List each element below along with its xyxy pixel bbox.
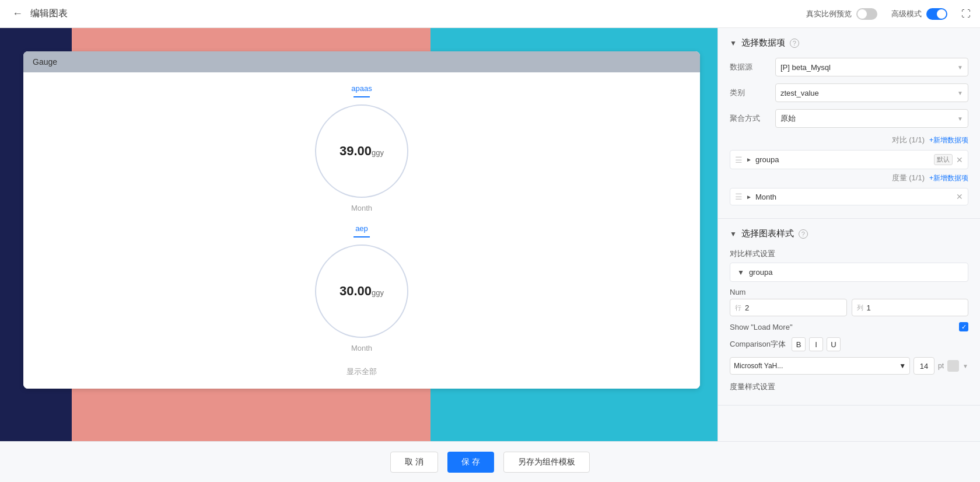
font-family-arrow: ▼ [899,362,906,370]
select-style-arrow: ▼ [730,230,737,238]
num-row: 行 2 列 1 [730,299,968,316]
aggregation-arrow: ▼ [957,116,963,122]
advanced-mode-label: 高级模式 [891,9,922,19]
color-swatch-row: ▼ [947,360,968,372]
show-all-button[interactable]: 显示全部 [346,366,377,377]
dimension-subsection-label: 度量 (1/1) +新增数据项 [730,173,968,183]
topbar-right: 真实比例预览 高级模式 ⛶ [806,8,971,20]
comparison-subsection-label: 对比 (1/1) +新增数据项 [730,135,968,145]
save-button[interactable]: 保 存 [447,452,494,473]
underline-button[interactable]: U [827,337,841,351]
dimension-item-row: ☰ ► Month ✕ [730,188,968,205]
row-input[interactable]: 行 2 [730,299,847,316]
col-value: 1 [867,303,871,312]
chart-title: Gauge [33,57,57,67]
add-dimension-data-link[interactable]: +新增数据项 [929,173,968,183]
save-as-template-button[interactable]: 另存为组件模板 [503,452,590,473]
comparison-close-button[interactable]: ✕ [956,155,963,165]
data-source-arrow: ▼ [957,64,963,71]
select-data-help[interactable]: ? [790,39,799,48]
select-data-arrow: ▼ [730,39,737,47]
data-source-row: 数据源 [P] beta_Mysql ▼ [730,58,968,76]
canvas-area: Gauge apaas 39.00ggy Month aep [0,28,718,441]
select-style-header[interactable]: ▼ 选择图表样式 ? [730,228,968,239]
select-style-help[interactable]: ? [799,229,808,239]
gauge2-label-top: aep [355,224,368,233]
font-select-row: Microsoft YaH... ▼ 14 pt ▼ [730,357,968,375]
gauge1-value: 39.00ggy [340,144,384,159]
add-comparison-data-link[interactable]: +新增数据项 [929,135,968,145]
num-label: Num [730,288,968,296]
gauge1-label-top: apaas [351,84,372,93]
comparison-font-row: Comparison字体 B I U [730,337,968,351]
comparison-style-title: 对比样式设置 [730,249,968,259]
cancel-button[interactable]: 取 消 [390,452,438,473]
aggregation-row: 聚合方式 原始 ▼ [730,109,968,128]
gauge2-value: 30.00ggy [340,284,384,299]
show-load-more-row: Show "Load More" ✓ [730,322,968,331]
gauge-item-1: apaas 39.00ggy Month [315,84,408,212]
aggregation-select[interactable]: 原始 ▼ [775,109,968,128]
back-button[interactable]: ← [9,6,26,22]
chart-widget: Gauge apaas 39.00ggy Month aep [23,51,700,389]
select-style-section: ▼ 选择图表样式 ? 对比样式设置 ▼ groupa Num 行 2 列 1 [718,219,980,406]
gauge2-underline [354,236,370,237]
gauge1-underline [354,96,370,97]
row-value: 2 [745,303,749,312]
comparison-badge: 默认 [934,154,953,165]
category-row: 类别 ztest_value ▼ [730,83,968,102]
font-family-select[interactable]: Microsoft YaH... ▼ [730,357,910,375]
show-load-more-checkbox[interactable]: ✓ [959,322,968,331]
data-source-label: 数据源 [730,62,771,72]
real-preview-toggle-group: 真实比例预览 [806,8,877,20]
select-style-title: 选择图表样式 [741,228,794,239]
category-label: 类别 [730,88,771,98]
category-arrow: ▼ [957,90,963,96]
font-size-input[interactable]: 14 [914,357,935,375]
row-label: 行 [735,303,741,312]
groupa-header[interactable]: ▼ groupa [730,263,968,282]
show-load-more-label: Show "Load More" [730,323,793,331]
chart-body: apaas 39.00ggy Month aep 30.00 [23,72,700,389]
topbar-left: ← 编辑图表 [9,6,68,22]
footer: 取 消 保 存 另存为组件模板 [0,441,980,482]
font-color-swatch[interactable] [947,360,959,372]
comparison-drag-icon[interactable]: ☰ [735,155,743,165]
aggregation-label: 聚合方式 [730,113,771,124]
measure-style-title: 度量样式设置 [730,382,968,392]
advanced-mode-toggle[interactable] [926,8,947,20]
dimension-drag-icon[interactable]: ☰ [735,192,743,201]
bold-button[interactable]: B [792,337,806,351]
dimension-chevron-icon: ► [746,194,752,200]
select-data-title: 选择数据项 [741,37,785,48]
page-title: 编辑图表 [30,8,68,20]
resize-icon[interactable]: ⛶ [961,9,971,19]
advanced-mode-toggle-group: 高级模式 [891,8,947,20]
groupa-chevron-icon: ▼ [737,268,744,277]
category-select[interactable]: ztest_value ▼ [775,83,968,102]
dimension-close-button[interactable]: ✕ [956,192,963,201]
comparison-label: 对比 (1/1) [892,135,925,145]
comparison-item-row: ☰ ► groupa 默认 ✕ [730,150,968,169]
col-input[interactable]: 列 1 [852,299,969,316]
topbar: ← 编辑图表 真实比例预览 高级模式 ⛶ [0,0,980,28]
comparison-item-label: groupa [755,155,930,164]
real-preview-label: 真实比例预览 [806,9,852,19]
main-area: Gauge apaas 39.00ggy Month aep [0,28,980,441]
dimension-label: 度量 (1/1) [892,173,925,183]
select-data-section: ▼ 选择数据项 ? 数据源 [P] beta_Mysql ▼ 类别 ztest_… [718,28,980,219]
dimension-item-label: Month [755,193,953,201]
gauge1-circle: 39.00ggy [315,104,408,198]
data-source-select[interactable]: [P] beta_Mysql ▼ [775,58,968,76]
col-label: 列 [857,303,863,312]
font-unit-label: pt [938,362,944,370]
chart-header: Gauge [23,51,700,72]
real-preview-toggle[interactable] [856,8,877,20]
select-data-header[interactable]: ▼ 选择数据项 ? [730,37,968,48]
gauge2-circle: 30.00ggy [315,245,408,338]
gauge2-label-bottom: Month [351,344,372,352]
italic-button[interactable]: I [809,337,823,351]
comparison-chevron-icon: ► [746,156,752,163]
gauge-item-2: aep 30.00ggy Month [315,224,408,352]
color-arrow-icon[interactable]: ▼ [963,363,968,369]
